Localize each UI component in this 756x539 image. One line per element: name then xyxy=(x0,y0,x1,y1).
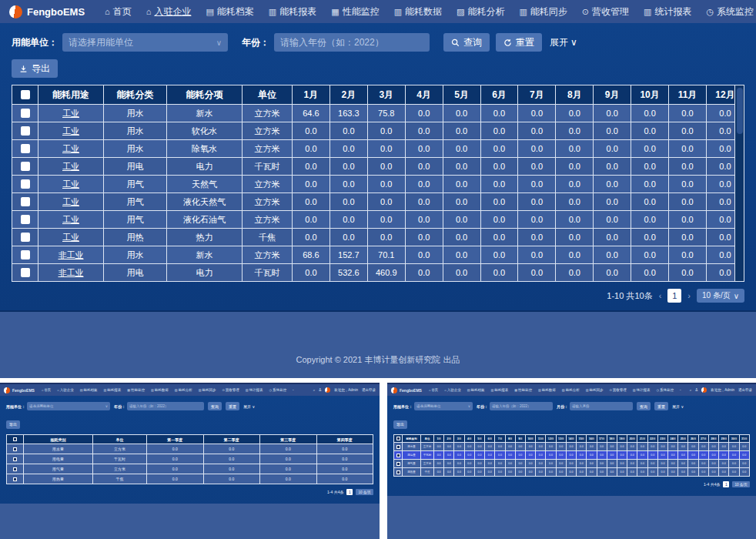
usage-link[interactable]: 工业 xyxy=(38,176,104,193)
table-row[interactable]: 工业用电电力千瓦时0.00.00.00.00.00.00.00.00.00.00… xyxy=(12,158,744,176)
year-input[interactable]: 请输入年份（如：2022） xyxy=(127,402,204,410)
nav-item-3[interactable]: ▥能耗报表 xyxy=(269,5,316,18)
brand[interactable]: FengboEMS xyxy=(9,5,85,18)
select-all-checkbox[interactable] xyxy=(396,437,400,440)
nav-item-8[interactable]: ⊙营收管理 xyxy=(582,5,629,18)
nav-item-11[interactable]: - xyxy=(680,388,681,392)
nav-item-5[interactable]: ▥能耗数据 xyxy=(538,388,556,392)
row-checkbox[interactable] xyxy=(21,268,30,277)
usage-link[interactable]: 工业 xyxy=(38,193,104,211)
table-row[interactable]: 工业用水软化水立方米0.00.00.00.00.00.00.00.00.00.0… xyxy=(12,122,744,140)
row-checkbox[interactable] xyxy=(21,109,30,118)
table-row[interactable]: 用热量千焦0.00.00.00.0 xyxy=(7,474,373,484)
bell-icon[interactable]: Δ xyxy=(319,388,321,392)
nav-item-5[interactable]: ▥能耗数据 xyxy=(151,388,169,392)
nav-item-3[interactable]: ▥能耗报表 xyxy=(104,388,122,392)
export-button[interactable]: 导出 xyxy=(393,420,407,429)
select-all-checkbox[interactable] xyxy=(13,437,17,441)
page-number[interactable]: 1 xyxy=(723,481,729,487)
thumbnail-daily-report[interactable]: FengboEMS ⌂首页⌂入驻企业▤能耗档案▥能耗报表▦性能监控▥能耗数据▨能… xyxy=(387,383,756,539)
nav-item-2[interactable]: ▤能耗档案 xyxy=(80,388,98,392)
table-row[interactable]: 用水量立方米0.00.00.00.0 xyxy=(7,444,373,454)
thumbnail-quarterly-report[interactable]: FengboEMS ⌂首页⌂入驻企业▤能耗档案▥能耗报表▦性能监控▥能耗数据▨能… xyxy=(0,383,380,539)
nav-item-2[interactable]: ▤能耗档案 xyxy=(206,5,253,18)
table-row[interactable]: 用电量千瓦时0.00.00.00.0 xyxy=(7,454,373,464)
expand-toggle[interactable]: 展开∨ xyxy=(550,36,577,49)
table-row[interactable]: 非工业用电电力千瓦时0.0532.6460.90.00.00.00.00.00.… xyxy=(12,264,744,282)
prev-page-icon[interactable]: ‹ xyxy=(659,291,662,300)
reset-button[interactable]: 重置 xyxy=(226,402,239,410)
expand-toggle[interactable]: 展开 ∨ xyxy=(243,404,255,409)
table-row[interactable]: 用电量千瓦时0.00.00.00.00.00.00.00.00.00.00.00… xyxy=(394,451,750,460)
select-all-checkbox[interactable] xyxy=(21,90,30,99)
table-row[interactable]: 工业用气液化天然气立方米0.00.00.00.00.00.00.00.00.00… xyxy=(12,193,744,211)
table-row[interactable]: 工业用气天然气立方米0.00.00.00.00.00.00.00.00.00.0… xyxy=(12,176,744,193)
export-button[interactable]: 导出 xyxy=(12,59,58,78)
expand-toggle[interactable]: 展开 ∨ xyxy=(672,404,684,409)
usage-link[interactable]: 工业 xyxy=(38,211,104,229)
row-checkbox[interactable] xyxy=(21,144,30,153)
row-checkbox[interactable] xyxy=(396,454,400,457)
table-row[interactable]: 工业用水新水立方米64.6163.375.80.00.00.00.00.00.0… xyxy=(12,105,744,122)
nav-item-6[interactable]: ▨能耗分析 xyxy=(457,5,504,18)
next-page-icon[interactable]: › xyxy=(687,291,691,300)
nav-item-10[interactable]: ◷系统监控 xyxy=(269,388,287,392)
nav-item-1[interactable]: ⌂入驻企业 xyxy=(146,5,192,18)
nav-item-1[interactable]: ⌂入驻企业 xyxy=(57,388,73,392)
reset-button[interactable]: 重置 xyxy=(654,402,668,410)
row-checkbox[interactable] xyxy=(21,215,30,224)
table-row[interactable]: 工业用水除氧水立方米0.00.00.00.00.00.00.00.00.00.0… xyxy=(12,140,744,158)
table-row[interactable]: 工业用热热力千焦0.00.00.00.00.00.00.00.00.00.00.… xyxy=(12,229,744,246)
nav-item-11[interactable]: - xyxy=(293,388,294,392)
avatar[interactable] xyxy=(701,387,707,393)
search-button[interactable]: 查询 xyxy=(443,33,490,52)
usage-link[interactable]: 非工业 xyxy=(38,264,104,282)
logout-button[interactable]: 退出登录 xyxy=(738,388,752,392)
avatar[interactable] xyxy=(325,387,330,393)
bell-icon[interactable]: Δ xyxy=(695,388,697,392)
page-size-select[interactable]: 10 条/页 xyxy=(732,481,750,487)
nav-item-0[interactable]: ⌂首页 xyxy=(429,388,438,392)
row-checkbox[interactable] xyxy=(21,197,30,206)
nav-item-6[interactable]: ▨能耗分析 xyxy=(175,388,192,392)
search-icon[interactable]: ⌕ xyxy=(313,388,316,392)
search-button[interactable]: 查询 xyxy=(208,402,222,410)
search-icon[interactable]: ⌕ xyxy=(690,388,692,392)
table-row[interactable]: 用水量立方米0.00.00.00.00.00.00.00.00.00.00.00… xyxy=(394,443,750,451)
nav-item-0[interactable]: ⌂首页 xyxy=(42,388,51,392)
scrollbar-thumb[interactable] xyxy=(737,88,743,134)
nav-item-9[interactable]: ▥统计报表 xyxy=(644,5,691,18)
reset-button[interactable]: 重置 xyxy=(496,33,542,52)
row-checkbox[interactable] xyxy=(13,447,17,451)
table-scrollbar[interactable] xyxy=(734,85,744,281)
page-size-select[interactable]: 10 条/页∨ xyxy=(697,289,744,303)
month-input[interactable]: 请输入月份 xyxy=(570,402,633,410)
nav-item-7[interactable]: ▥能耗同步 xyxy=(199,388,216,392)
usage-link[interactable]: 工业 xyxy=(38,140,104,158)
unit-select[interactable]: 请选择用能单位∨ xyxy=(414,402,473,410)
table-row[interactable]: 用气量立方米0.00.00.00.0 xyxy=(7,464,373,474)
row-checkbox[interactable] xyxy=(21,162,30,171)
nav-item-7[interactable]: ▥能耗同步 xyxy=(519,5,567,18)
unit-select[interactable]: 请选择用能单位∨ xyxy=(27,402,110,410)
search-button[interactable]: 查询 xyxy=(637,402,651,410)
page-number[interactable]: 1 xyxy=(346,489,353,495)
usage-link[interactable]: 工业 xyxy=(38,229,104,246)
nav-item-4[interactable]: ▦性能监控 xyxy=(331,5,379,18)
table-row[interactable]: 工业用气液化石油气立方米0.00.00.00.00.00.00.00.00.00… xyxy=(12,211,744,229)
export-button[interactable]: 导出 xyxy=(6,420,20,429)
year-input[interactable]: 请输入年份（如：2022） xyxy=(490,402,553,410)
row-checkbox[interactable] xyxy=(396,462,400,466)
logout-button[interactable]: 退出登录 xyxy=(362,388,376,392)
row-checkbox[interactable] xyxy=(13,467,17,471)
nav-item-4[interactable]: ▦性能监控 xyxy=(514,388,532,392)
row-checkbox[interactable] xyxy=(13,477,17,481)
row-checkbox[interactable] xyxy=(21,179,30,189)
nav-item-8[interactable]: ⊙营收管理 xyxy=(222,388,239,392)
nav-item-10[interactable]: ◷系统监控 xyxy=(657,388,674,392)
nav-item-9[interactable]: ▥统计报表 xyxy=(633,388,651,392)
row-checkbox[interactable] xyxy=(21,233,30,242)
nav-item-4[interactable]: ▦性能监控 xyxy=(127,388,145,392)
nav-item-8[interactable]: ⊙营收管理 xyxy=(609,388,626,392)
nav-item-6[interactable]: ▨能耗分析 xyxy=(562,388,580,392)
